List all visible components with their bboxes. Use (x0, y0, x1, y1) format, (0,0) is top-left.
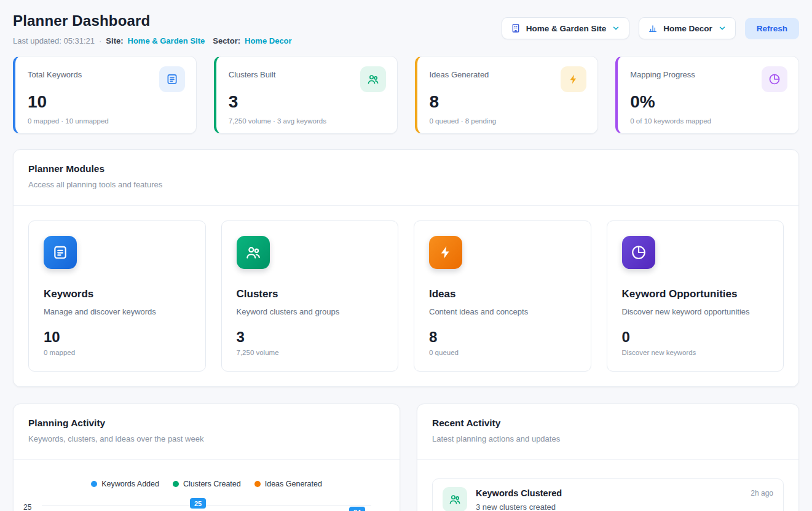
users-icon (443, 487, 467, 511)
module-value: 3 (237, 329, 384, 346)
activity-list: Keywords Clustered 3 new clusters create… (417, 460, 798, 511)
module-value: 10 (44, 329, 191, 346)
last-updated-text: Last updated: 05:31:21 (13, 36, 95, 45)
header-left: Planner Dashboard Last updated: 05:31:21… (13, 12, 292, 45)
stat-detail: 0 queued · 8 pending (430, 117, 587, 125)
panel-title: Recent Activity (432, 418, 784, 429)
panel-subtitle: Access all planning tools and features (28, 180, 784, 189)
panel-subtitle: Keywords, clusters, and ideas over the p… (28, 434, 385, 443)
pie-chart-icon (622, 236, 655, 269)
stat-card-clusters-built: Clusters Built 3 7,250 volume · 3 avg ke… (214, 56, 398, 134)
module-detail: Discover new keywords (622, 349, 769, 356)
stat-label: Clusters Built (229, 66, 276, 79)
module-card-keyword-opportunities[interactable]: Keyword Opportunities Discover new keywo… (607, 220, 784, 372)
module-card-keywords[interactable]: Keywords Manage and discover keywords 10… (28, 220, 206, 372)
module-title: Keywords (44, 288, 191, 300)
chevron-down-icon (612, 24, 620, 33)
module-description: Content ideas and concepts (429, 307, 576, 316)
activity-texts: Keywords Clustered 3 new clusters create… (476, 487, 562, 511)
bolt-icon (429, 236, 462, 269)
legend-dot-blue (91, 481, 97, 487)
activity-item-keywords-clustered: Keywords Clustered 3 new clusters create… (432, 478, 784, 511)
area-chart: 25 24 (42, 498, 371, 511)
module-value: 0 (622, 329, 769, 346)
site-label: Site: (106, 36, 123, 45)
module-description: Keyword clusters and groups (237, 307, 384, 316)
legend-label: Ideas Generated (265, 480, 322, 488)
stats-row: Total Keywords 10 0 mapped · 10 unmapped… (13, 56, 799, 134)
stat-card-ideas-generated: Ideas Generated 8 0 queued · 8 pending (415, 56, 599, 134)
recent-activity-header: Recent Activity Latest planning actions … (417, 404, 798, 460)
data-point-label: 25 (190, 498, 206, 509)
svg-text:25: 25 (194, 499, 202, 507)
module-detail: 0 mapped (44, 349, 191, 356)
activity-timestamp: 2h ago (751, 487, 773, 497)
activity-description: 3 new clusters created (476, 502, 562, 511)
sector-link[interactable]: Home Decor (245, 36, 292, 45)
module-title: Keyword Opportunities (622, 288, 769, 300)
stat-label: Ideas Generated (430, 66, 489, 79)
stat-value: 0% (630, 92, 787, 112)
legend-item-clusters-created[interactable]: Clusters Created (173, 480, 241, 488)
stat-detail: 0 mapped · 10 unmapped (28, 117, 185, 125)
module-card-ideas[interactable]: Ideas Content ideas and concepts 8 0 que… (414, 220, 591, 372)
planner-dashboard-page: Planner Dashboard Last updated: 05:31:21… (0, 0, 812, 511)
page-title: Planner Dashboard (13, 12, 292, 29)
module-detail: 0 queued (429, 349, 576, 356)
panel-subtitle: Latest planning actions and updates (432, 434, 784, 443)
meta-separator: · (99, 36, 101, 45)
bottom-row: Planning Activity Keywords, clusters, an… (13, 404, 799, 511)
pie-chart-icon (762, 66, 787, 92)
stat-detail: 7,250 volume · 3 avg keywords (229, 117, 386, 125)
stat-detail: 0 of 10 keywords mapped (630, 117, 787, 125)
stat-card-total-keywords: Total Keywords 10 0 mapped · 10 unmapped (13, 56, 197, 134)
module-title: Ideas (429, 288, 576, 300)
planning-activity-panel: Planning Activity Keywords, clusters, an… (13, 404, 400, 511)
module-description: Discover new keyword opportunities (622, 307, 769, 316)
users-icon (360, 66, 386, 92)
chevron-down-icon (718, 24, 727, 33)
legend-item-ideas-generated[interactable]: Ideas Generated (254, 480, 322, 488)
module-description: Manage and discover keywords (44, 307, 191, 316)
sector-selector-value: Home Decor (663, 24, 712, 33)
planning-activity-chart: 25 25 24 (14, 498, 400, 511)
building-icon (511, 23, 521, 33)
module-card-clusters[interactable]: Clusters Keyword clusters and groups 3 7… (221, 220, 399, 372)
planning-activity-header: Planning Activity Keywords, clusters, an… (14, 404, 400, 460)
panel-title: Planner Modules (28, 163, 784, 174)
panel-title: Planning Activity (28, 418, 385, 429)
activity-title: Keywords Clustered (476, 487, 562, 498)
recent-activity-panel: Recent Activity Latest planning actions … (417, 404, 799, 511)
refresh-button[interactable]: Refresh (745, 18, 799, 39)
modules-grid: Keywords Manage and discover keywords 10… (14, 206, 798, 386)
legend-item-keywords-added[interactable]: Keywords Added (91, 480, 159, 488)
legend-label: Clusters Created (183, 480, 241, 488)
stat-value: 3 (229, 92, 386, 112)
page-meta: Last updated: 05:31:21 · Site: Home & Ga… (13, 36, 292, 45)
stat-value: 8 (430, 92, 587, 112)
y-axis-tick: 25 (23, 503, 31, 511)
bolt-icon (561, 66, 586, 92)
sector-selector-dropdown[interactable]: Home Decor (639, 17, 736, 39)
legend-label: Keywords Added (101, 480, 159, 488)
module-detail: 7,250 volume (237, 349, 384, 356)
stat-value: 10 (28, 92, 185, 112)
module-value: 8 (429, 329, 576, 346)
site-selector-value: Home & Garden Site (526, 24, 607, 33)
page-header: Planner Dashboard Last updated: 05:31:21… (13, 12, 799, 45)
site-link[interactable]: Home & Garden Site (128, 36, 205, 45)
header-controls: Home & Garden Site Home Decor Refresh (502, 12, 799, 39)
stat-label: Total Keywords (28, 66, 82, 79)
legend-dot-orange (254, 481, 261, 487)
chart-legend: Keywords Added Clusters Created Ideas Ge… (14, 460, 400, 488)
stat-card-mapping-progress: Mapping Progress 0% 0 of 10 keywords map… (615, 56, 799, 134)
stat-label: Mapping Progress (630, 66, 695, 79)
data-point-label: 24 (349, 507, 365, 511)
site-selector-dropdown[interactable]: Home & Garden Site (502, 17, 630, 39)
users-icon (237, 236, 270, 269)
planner-modules-header: Planner Modules Access all planning tool… (14, 150, 798, 206)
document-icon (44, 236, 77, 269)
legend-dot-green (173, 481, 179, 487)
sector-label: Sector: (213, 36, 240, 45)
module-title: Clusters (237, 288, 384, 300)
